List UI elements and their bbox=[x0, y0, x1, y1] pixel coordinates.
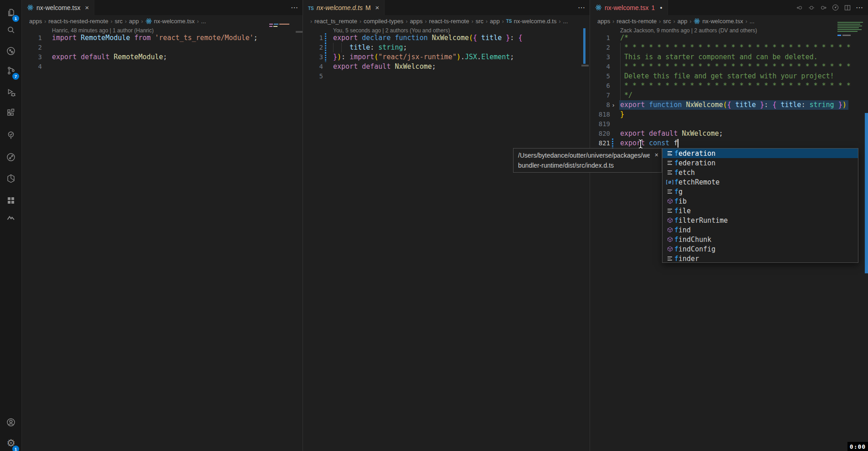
symbol-text-icon bbox=[665, 151, 674, 155]
settings-badge: 1 bbox=[12, 446, 19, 451]
close-icon[interactable]: × bbox=[655, 151, 658, 159]
breadcrumb-item-nx-welcome.d.ts[interactable]: TSnx-welcome.d.ts bbox=[506, 18, 557, 25]
dirty-dot-icon[interactable]: ● bbox=[660, 5, 662, 10]
tab-suffix: 1 bbox=[651, 4, 655, 11]
react-file-icon bbox=[595, 4, 602, 11]
search-icon[interactable] bbox=[0, 20, 22, 40]
minimap[interactable] bbox=[837, 29, 862, 30]
minimap bbox=[269, 26, 272, 27]
line-number: 821 bbox=[590, 138, 610, 148]
breadcrumb-item-react-ts-nested-remote[interactable]: react-ts-nested-remote bbox=[48, 18, 108, 25]
suggest-item-findChunk[interactable]: findChunk bbox=[663, 235, 858, 244]
references-icon[interactable] bbox=[0, 41, 22, 61]
gitlens-icon[interactable] bbox=[832, 4, 839, 11]
pane-divider[interactable] bbox=[303, 0, 303, 451]
breadcrumb-item-apps[interactable]: apps bbox=[410, 18, 422, 25]
code-editor[interactable]: Hanric, 48 minutes ago | 1 author (Hanri… bbox=[22, 27, 303, 451]
scrollbar-decoration[interactable] bbox=[865, 113, 868, 273]
suggest-item-fg[interactable]: fg bbox=[663, 187, 858, 196]
history-circle-icon[interactable] bbox=[0, 147, 22, 167]
breadcrumb-item-reacttsremote[interactable]: react_ts_remote bbox=[314, 18, 357, 25]
suggest-item-fetch[interactable]: fetch bbox=[663, 168, 858, 177]
tab-nx-welcome.tsx[interactable]: nx-welcome.tsx× bbox=[22, 0, 94, 15]
breadcrumb-item-app[interactable]: app bbox=[678, 18, 688, 25]
suggest-item-findConfig[interactable]: findConfig bbox=[663, 244, 858, 254]
suggest-item-file[interactable]: file bbox=[663, 206, 858, 215]
tab-nx-welcome.tsx[interactable]: nx-welcome.tsx1● bbox=[590, 0, 668, 15]
git-blame-lens[interactable]: You, 5 seconds ago | 2 authors (You and … bbox=[333, 27, 450, 33]
more-actions-icon[interactable]: ⋯ bbox=[578, 3, 586, 12]
breadcrumb-item-apps[interactable]: apps bbox=[597, 18, 610, 25]
fold-chevron-icon[interactable]: › bbox=[612, 100, 614, 110]
git-blame-lens[interactable]: Zack Jackson, 9 months ago | 2 authors (… bbox=[620, 27, 757, 33]
minimap[interactable] bbox=[837, 31, 858, 32]
suggest-item-find[interactable]: find bbox=[663, 225, 858, 235]
suggest-item-finder[interactable]: finder bbox=[663, 254, 858, 263]
chevron-right-icon: › bbox=[406, 18, 407, 25]
testing-tree-icon[interactable] bbox=[0, 125, 22, 145]
activity-bar: 17⚙1 bbox=[0, 0, 22, 451]
recording-timer: 0:00 bbox=[847, 442, 868, 451]
minimap-slider[interactable] bbox=[581, 65, 589, 67]
suggest-item-label: federation bbox=[674, 159, 715, 167]
line-number: 3 bbox=[590, 52, 610, 62]
chevron-right-icon: › bbox=[125, 18, 127, 25]
line-number: 3 bbox=[22, 52, 42, 62]
more-actions-icon[interactable]: ⋯ bbox=[856, 3, 863, 12]
suggest-widget[interactable]: federationfederationfetch[ø]fetchRemotef… bbox=[662, 148, 858, 263]
source-control-icon[interactable]: 7 bbox=[0, 61, 22, 81]
minimap[interactable] bbox=[269, 24, 273, 25]
suggest-item-filterRuntime[interactable]: filterRuntime bbox=[663, 215, 858, 225]
suggest-item-fib[interactable]: fib bbox=[663, 196, 858, 206]
suggest-item-federation[interactable]: federation bbox=[663, 149, 858, 158]
nx-console-icon[interactable] bbox=[0, 208, 22, 228]
code-line-818: } bbox=[620, 110, 624, 119]
chevron-right-icon: › bbox=[486, 18, 488, 25]
hexagon-tool-icon[interactable] bbox=[0, 169, 22, 189]
breadcrumb-item-react-ts-remote[interactable]: react-ts-remote bbox=[429, 18, 469, 25]
tab-nx-welcome.d.ts[interactable]: TSnx-welcome.d.tsM× bbox=[303, 0, 385, 15]
breadcrumb-item-src[interactable]: src bbox=[115, 18, 123, 25]
change-icon[interactable] bbox=[808, 4, 815, 11]
minimap[interactable] bbox=[837, 27, 859, 28]
breadcrumb-item-src[interactable]: src bbox=[476, 18, 483, 25]
breadcrumb-item-...[interactable]: ... bbox=[201, 18, 206, 25]
breadcrumb-item-...[interactable]: ... bbox=[563, 18, 568, 25]
suggest-item-federation[interactable]: federation bbox=[663, 158, 858, 168]
close-icon[interactable]: × bbox=[375, 4, 380, 11]
settings-icon[interactable]: ⚙1 bbox=[0, 433, 22, 451]
breadcrumb-item-compiled-types[interactable]: compiled-types bbox=[364, 18, 403, 25]
more-actions-icon[interactable]: ⋯ bbox=[291, 3, 298, 12]
editor-actions: ⋯ bbox=[578, 0, 586, 15]
suggest-item-label: finder bbox=[674, 255, 699, 263]
tab-title: nx-welcome.tsx bbox=[36, 4, 80, 11]
breadcrumb: apps›react-ts-remote›src›app›nx-welcome.… bbox=[590, 15, 868, 27]
minimap-slider[interactable] bbox=[296, 31, 303, 33]
overview-ruler-modified bbox=[583, 28, 586, 64]
run-debug-icon[interactable] bbox=[0, 82, 22, 102]
breadcrumb-item-...[interactable]: ... bbox=[750, 18, 755, 25]
breadcrumb-item-apps[interactable]: apps bbox=[29, 18, 42, 25]
prev-change-icon[interactable] bbox=[796, 4, 803, 11]
breadcrumb-item-nx-welcome.tsx[interactable]: nx-welcome.tsx bbox=[693, 18, 743, 25]
account-icon[interactable] bbox=[0, 412, 22, 432]
breadcrumb-item-react-ts-remote[interactable]: react-ts-remote bbox=[616, 18, 657, 25]
minimap[interactable] bbox=[837, 26, 862, 26]
minimap[interactable] bbox=[837, 22, 863, 23]
code-editor[interactable]: You, 5 seconds ago | 2 authors (You and … bbox=[303, 27, 590, 451]
pane-divider[interactable] bbox=[590, 0, 590, 451]
extensions-icon[interactable] bbox=[0, 103, 22, 123]
breadcrumb-item-app[interactable]: app bbox=[129, 18, 139, 25]
close-icon[interactable]: × bbox=[85, 4, 89, 11]
split-editor-icon[interactable] bbox=[844, 4, 851, 11]
breadcrumb-item-app[interactable]: app bbox=[490, 18, 500, 25]
minimap[interactable] bbox=[837, 24, 860, 25]
git-blame-lens[interactable]: Hanric, 48 minutes ago | 1 author (Hanri… bbox=[52, 27, 154, 33]
line-number: 4 bbox=[303, 62, 323, 72]
chevron-right-icon: › bbox=[141, 18, 143, 25]
breadcrumb-item-nx-welcome.tsx[interactable]: nx-welcome.tsx bbox=[145, 18, 195, 25]
code-line-820: export default NxWelcome; bbox=[620, 129, 723, 138]
next-change-icon[interactable] bbox=[820, 4, 827, 11]
suggest-item-fetchRemote[interactable]: [ø]fetchRemote bbox=[663, 177, 858, 187]
breadcrumb-item-src[interactable]: src bbox=[663, 18, 671, 25]
